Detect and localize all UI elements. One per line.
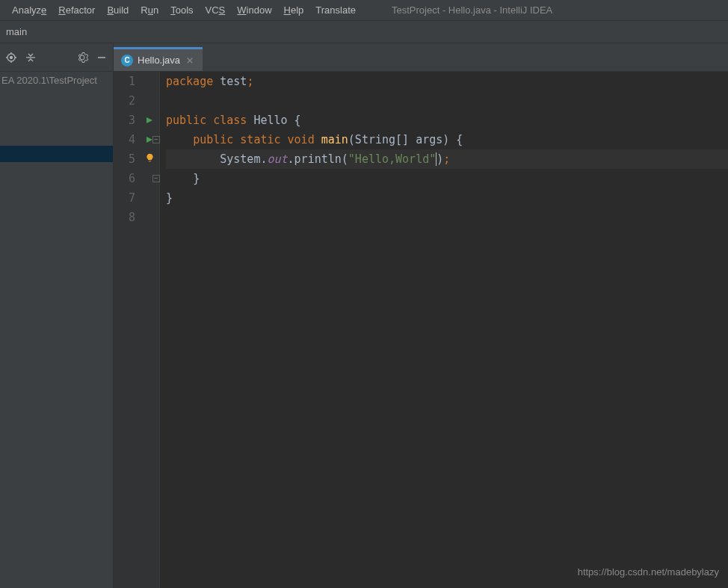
code-line[interactable]: public class Hello { (166, 111, 728, 130)
code-body[interactable]: package test; public class Hello { publi… (160, 72, 728, 588)
menu-analyze[interactable]: Analyze (6, 2, 52, 18)
gutter-line[interactable]: 3 (114, 111, 159, 130)
code-line[interactable] (166, 91, 728, 111)
svg-point-1 (10, 56, 13, 58)
code-line[interactable]: } (166, 169, 728, 188)
gutter-line[interactable]: 6 − (114, 169, 159, 188)
breadcrumb[interactable]: main (6, 26, 27, 37)
gear-icon[interactable] (74, 49, 90, 66)
fold-icon[interactable]: − (152, 175, 160, 182)
menu-bar: Analyze Refactor Build Run Tools VCS Win… (0, 0, 728, 21)
menu-run[interactable]: Run (135, 2, 164, 18)
menu-translate[interactable]: Translate (309, 2, 362, 18)
window-title: TestProject - Hello.java - IntelliJ IDEA (392, 4, 552, 16)
gutter-line[interactable]: 7 (114, 188, 159, 208)
minimize-icon[interactable] (93, 49, 110, 66)
gutter-line[interactable]: 4 − (114, 130, 159, 149)
menu-build[interactable]: Build (101, 2, 135, 18)
code-line[interactable] (166, 208, 728, 227)
target-icon[interactable] (3, 49, 19, 66)
collapse-icon[interactable] (22, 49, 39, 66)
watermark-text: https://blog.csdn.net/madebylazy (578, 566, 719, 578)
menu-vcs[interactable]: VCS (200, 2, 232, 18)
gutter-line[interactable]: 8 (114, 208, 159, 227)
code-line-active[interactable]: System.out.println("Hello,World"); (166, 149, 728, 169)
menu-help[interactable]: Help (278, 2, 310, 18)
gutter-line[interactable]: 1 (114, 72, 159, 91)
editor-area: C Hello.java 1 2 3 4 − (114, 43, 728, 588)
java-class-icon: C (121, 55, 133, 66)
code-line[interactable]: } (166, 188, 728, 208)
menu-tools[interactable]: Tools (164, 2, 199, 18)
code-line[interactable]: package test; (166, 72, 728, 91)
navigation-bar: main (0, 21, 728, 43)
project-tree-text[interactable]: EA 2020.1\TestProject (0, 72, 113, 89)
gutter-line[interactable]: 2 (114, 91, 159, 111)
code-editor[interactable]: 1 2 3 4 − 5 6 − 7 (114, 72, 728, 588)
lightbulb-icon[interactable] (145, 149, 155, 169)
fold-icon[interactable]: − (152, 136, 160, 143)
menu-refactor[interactable]: Refactor (52, 2, 101, 18)
run-icon[interactable] (146, 111, 153, 130)
menu-window[interactable]: Window (231, 2, 277, 18)
project-sidebar: EA 2020.1\TestProject (0, 43, 114, 588)
sidebar-toolbar (0, 43, 113, 72)
tab-bar: C Hello.java (114, 43, 728, 72)
svg-rect-10 (149, 161, 151, 162)
code-line[interactable]: public static void main(String[] args) { (166, 130, 728, 149)
gutter: 1 2 3 4 − 5 6 − 7 (114, 72, 160, 588)
tab-label: Hello.java (138, 55, 180, 66)
tree-selected-row[interactable] (0, 146, 113, 162)
gutter-line[interactable]: 5 (114, 149, 159, 169)
close-icon[interactable] (185, 55, 195, 66)
tab-hello-java[interactable]: C Hello.java (114, 47, 203, 71)
